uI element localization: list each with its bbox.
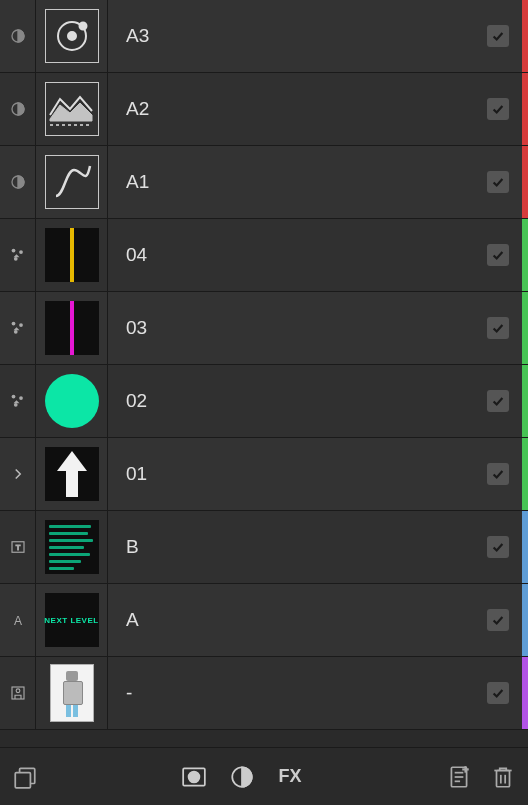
group-layers-button[interactable] bbox=[8, 760, 42, 794]
layer-type-icon[interactable] bbox=[0, 292, 36, 364]
svg-point-2 bbox=[68, 32, 76, 40]
svg-point-12 bbox=[19, 323, 23, 327]
layer-name[interactable]: A3 bbox=[108, 25, 474, 47]
layer-visibility-checkbox[interactable] bbox=[474, 511, 522, 583]
layer-visibility-checkbox[interactable] bbox=[474, 292, 522, 364]
layer-visibility-checkbox[interactable] bbox=[474, 146, 522, 218]
layer-thumbnail[interactable] bbox=[36, 146, 108, 218]
new-page-button[interactable] bbox=[442, 760, 476, 794]
svg-text:T: T bbox=[15, 543, 20, 552]
layer-row[interactable]: TB bbox=[0, 511, 528, 584]
layer-type-icon[interactable]: A bbox=[0, 584, 36, 656]
layer-color-strip bbox=[522, 584, 528, 656]
layer-row[interactable]: - bbox=[0, 657, 528, 730]
add-mask-button[interactable] bbox=[177, 760, 211, 794]
svg-point-13 bbox=[13, 330, 17, 334]
layer-type-icon[interactable] bbox=[0, 365, 36, 437]
svg-point-14 bbox=[11, 395, 15, 399]
bottom-toolbar: FX bbox=[0, 747, 528, 805]
layer-color-strip bbox=[522, 73, 528, 145]
add-adjustment-button[interactable] bbox=[225, 760, 259, 794]
svg-rect-34 bbox=[497, 770, 510, 786]
layer-type-icon[interactable]: T bbox=[0, 511, 36, 583]
layer-visibility-checkbox[interactable] bbox=[474, 365, 522, 437]
layer-name[interactable]: A2 bbox=[108, 98, 474, 120]
layer-row[interactable]: ANEXT LEVELA bbox=[0, 584, 528, 657]
layer-color-strip bbox=[522, 292, 528, 364]
layer-thumbnail[interactable] bbox=[36, 292, 108, 364]
layer-name[interactable]: 02 bbox=[108, 390, 474, 412]
svg-point-10 bbox=[13, 257, 17, 261]
svg-rect-24 bbox=[15, 772, 30, 787]
fx-label: FX bbox=[278, 766, 301, 787]
svg-point-9 bbox=[19, 250, 23, 254]
layer-type-icon[interactable] bbox=[0, 0, 36, 72]
svg-point-3 bbox=[79, 23, 86, 30]
layer-name[interactable]: A1 bbox=[108, 171, 474, 193]
layer-type-icon[interactable] bbox=[0, 657, 36, 729]
layer-row[interactable]: A2 bbox=[0, 73, 528, 146]
layer-thumbnail[interactable] bbox=[36, 511, 108, 583]
svg-text:A: A bbox=[13, 614, 21, 628]
layer-name[interactable]: 01 bbox=[108, 463, 474, 485]
layer-type-icon[interactable] bbox=[0, 146, 36, 218]
layer-thumbnail[interactable]: NEXT LEVEL bbox=[36, 584, 108, 656]
layer-type-icon[interactable] bbox=[0, 438, 36, 510]
svg-point-15 bbox=[19, 396, 23, 400]
svg-marker-17 bbox=[57, 451, 87, 497]
layer-color-strip bbox=[522, 365, 528, 437]
layer-name[interactable]: 04 bbox=[108, 244, 474, 266]
layer-row[interactable]: 01 bbox=[0, 438, 528, 511]
layer-color-strip bbox=[522, 219, 528, 291]
layer-thumbnail[interactable] bbox=[36, 438, 108, 510]
layer-color-strip bbox=[522, 657, 528, 729]
layer-name[interactable]: A bbox=[108, 609, 474, 631]
layer-color-strip bbox=[522, 438, 528, 510]
layer-name[interactable]: - bbox=[108, 682, 474, 704]
layer-visibility-checkbox[interactable] bbox=[474, 438, 522, 510]
layer-thumbnail[interactable] bbox=[36, 73, 108, 145]
svg-point-16 bbox=[13, 403, 17, 407]
layer-row[interactable]: A1 bbox=[0, 146, 528, 219]
layer-row[interactable]: A3 bbox=[0, 0, 528, 73]
svg-point-22 bbox=[16, 689, 20, 693]
layer-color-strip bbox=[522, 511, 528, 583]
layer-row[interactable]: 04 bbox=[0, 219, 528, 292]
layer-row[interactable]: 02 bbox=[0, 365, 528, 438]
layer-thumbnail[interactable] bbox=[36, 219, 108, 291]
layer-visibility-checkbox[interactable] bbox=[474, 0, 522, 72]
layer-visibility-checkbox[interactable] bbox=[474, 73, 522, 145]
svg-point-26 bbox=[189, 771, 200, 782]
layer-color-strip bbox=[522, 146, 528, 218]
layer-type-icon[interactable] bbox=[0, 73, 36, 145]
layer-visibility-checkbox[interactable] bbox=[474, 657, 522, 729]
layer-visibility-checkbox[interactable] bbox=[474, 219, 522, 291]
layer-visibility-checkbox[interactable] bbox=[474, 584, 522, 656]
delete-button[interactable] bbox=[486, 760, 520, 794]
layer-row[interactable]: 03 bbox=[0, 292, 528, 365]
svg-point-11 bbox=[11, 322, 15, 326]
layer-thumbnail[interactable] bbox=[36, 0, 108, 72]
layer-thumbnail[interactable] bbox=[36, 365, 108, 437]
layer-thumbnail[interactable] bbox=[36, 657, 108, 729]
layer-name[interactable]: B bbox=[108, 536, 474, 558]
add-fx-button[interactable]: FX bbox=[273, 760, 307, 794]
svg-point-8 bbox=[11, 249, 15, 253]
layer-color-strip bbox=[522, 0, 528, 72]
layer-type-icon[interactable] bbox=[0, 219, 36, 291]
layer-name[interactable]: 03 bbox=[108, 317, 474, 339]
